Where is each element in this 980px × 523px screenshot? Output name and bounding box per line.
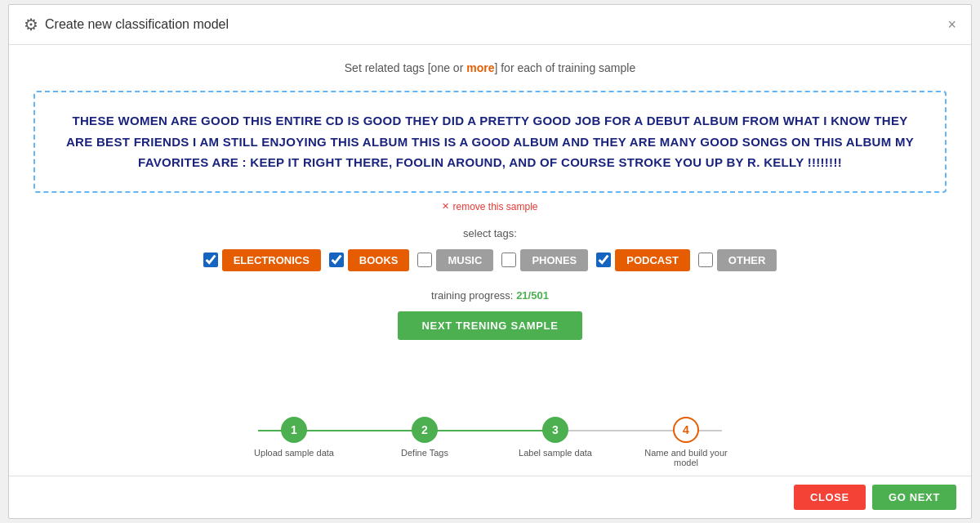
- step-circle-4: 4: [673, 417, 699, 443]
- sample-text: THESE WOMEN ARE GOOD THIS ENTIRE CD IS G…: [66, 114, 914, 169]
- modal-body: Set related tags [one or more] for each …: [9, 45, 971, 476]
- sample-box: THESE WOMEN ARE GOOD THIS ENTIRE CD IS G…: [33, 91, 947, 193]
- stepper-section: 1 Upload sample data 2 Define Tags 3 Lab…: [33, 404, 947, 467]
- step-circle-3: 3: [542, 417, 568, 443]
- progress-current: 21: [516, 289, 528, 302]
- progress-value: 21/501: [516, 289, 549, 302]
- tag-label-books[interactable]: BOOKS: [348, 249, 410, 271]
- step-3: 3 Label sample data: [506, 417, 604, 458]
- subtitle: Set related tags [one or more] for each …: [345, 61, 635, 74]
- step-label-1: Upload sample data: [254, 448, 334, 458]
- tag-checkbox-books[interactable]: [329, 253, 344, 267]
- go-next-button[interactable]: GO NEXT: [872, 485, 956, 510]
- step-circle-2: 2: [412, 417, 438, 443]
- modal-footer: CLOSE GO NEXT: [9, 476, 971, 518]
- tag-item-other: OTHER: [698, 249, 777, 271]
- tag-label-podcast[interactable]: PODCAST: [615, 249, 690, 271]
- step-label-3: Label sample data: [519, 448, 592, 458]
- modal-container: ⚙ Create new classification model × Set …: [8, 4, 972, 519]
- tag-item-phones: PHONES: [501, 249, 588, 271]
- tag-item-books: BOOKS: [329, 249, 410, 271]
- step-circle-1: 1: [281, 417, 307, 443]
- modal-title: Create new classification model: [45, 17, 229, 32]
- tag-checkbox-other[interactable]: [698, 253, 713, 267]
- tag-label-other[interactable]: OTHER: [717, 249, 777, 271]
- tag-label-electronics[interactable]: ELECTRONICS: [222, 249, 321, 271]
- stepper: 1 Upload sample data 2 Define Tags 3 Lab…: [245, 417, 735, 467]
- step-2: 2 Define Tags: [376, 417, 474, 458]
- select-tags-section: select tags: ELECTRONICS BOOKS MUSIC: [33, 227, 947, 271]
- modal-header: ⚙ Create new classification model ×: [9, 5, 971, 45]
- next-training-sample-button[interactable]: NEXT TRENING SAMPLE: [398, 311, 583, 340]
- tag-item-music: MUSIC: [417, 249, 493, 271]
- tag-item-podcast: PODCAST: [596, 249, 690, 271]
- tag-checkbox-podcast[interactable]: [596, 253, 611, 267]
- progress-total: 501: [531, 289, 549, 302]
- modal-header-left: ⚙ Create new classification model: [24, 15, 229, 34]
- step-label-2: Define Tags: [401, 448, 448, 458]
- tag-item-electronics: ELECTRONICS: [203, 249, 321, 271]
- tag-checkbox-phones[interactable]: [501, 253, 516, 267]
- remove-sample-label: remove this sample: [452, 201, 537, 212]
- tags-row: ELECTRONICS BOOKS MUSIC PHONES: [203, 249, 777, 271]
- close-button[interactable]: CLOSE: [794, 485, 866, 510]
- progress-section: training progress: 21/501 NEXT TRENING S…: [398, 289, 583, 340]
- tag-label-phones[interactable]: PHONES: [520, 249, 588, 271]
- subtitle-more: more: [466, 61, 494, 74]
- step-4: 4 Name and build your model: [637, 417, 735, 467]
- progress-text: training progress: 21/501: [431, 289, 549, 302]
- select-tags-label: select tags:: [463, 227, 517, 239]
- tag-checkbox-electronics[interactable]: [203, 253, 218, 267]
- step-label-4: Name and build your model: [637, 448, 735, 467]
- modal-close-x-button[interactable]: ×: [947, 17, 956, 32]
- remove-sample-button[interactable]: remove this sample: [442, 201, 537, 212]
- step-1: 1 Upload sample data: [245, 417, 343, 458]
- tag-checkbox-music[interactable]: [417, 253, 432, 267]
- gear-icon: ⚙: [24, 15, 38, 34]
- tag-label-music[interactable]: MUSIC: [436, 249, 493, 271]
- progress-label: training progress:: [431, 289, 513, 302]
